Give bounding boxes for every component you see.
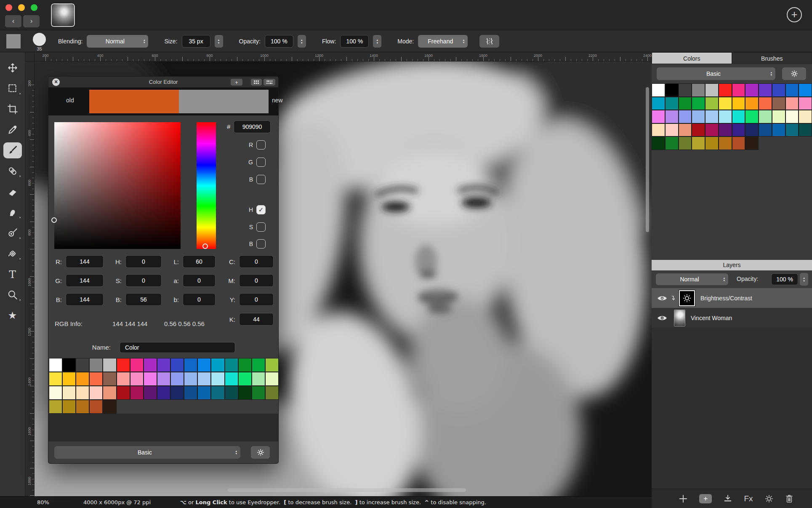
color-swatch[interactable] (745, 83, 759, 97)
color-swatch[interactable] (238, 386, 252, 400)
color-swatch[interactable] (265, 372, 279, 386)
size-field[interactable]: 35 px (182, 35, 210, 48)
size-stepper[interactable]: ▴▾ (215, 35, 223, 48)
color-swatch[interactable] (679, 136, 692, 150)
color-swatch[interactable] (117, 386, 130, 400)
color-swatch[interactable] (252, 358, 265, 372)
color-swatch[interactable] (62, 372, 76, 386)
image-layer-thumbnail[interactable] (674, 310, 685, 326)
tab-brushes[interactable]: Brushes (732, 52, 812, 64)
brush-preview[interactable] (33, 33, 46, 46)
color-swatch[interactable] (799, 123, 812, 137)
color-swatch[interactable] (103, 372, 116, 386)
field-a[interactable]: 0 (183, 274, 216, 287)
clone-tool[interactable] (3, 224, 22, 242)
hex-input[interactable]: 909090 (234, 120, 271, 133)
field-b3[interactable]: 0 (183, 293, 216, 306)
preset-dropdown[interactable]: Basic ▴▾ (54, 446, 240, 459)
color-swatch[interactable] (705, 97, 719, 110)
color-swatch[interactable] (170, 358, 184, 372)
color-swatch[interactable] (238, 372, 252, 386)
color-swatch[interactable] (732, 97, 745, 110)
layer-row-vincent-woman[interactable]: Vincent Woman (652, 308, 812, 328)
color-swatch[interactable] (184, 372, 197, 386)
color-swatch[interactable] (89, 372, 103, 386)
color-swatch[interactable] (692, 97, 705, 110)
document-thumbnail[interactable] (51, 3, 75, 27)
vertical-scrollbar[interactable] (646, 87, 649, 232)
color-swatch[interactable] (785, 97, 799, 110)
color-swatch[interactable] (759, 97, 772, 110)
color-swatch[interactable] (117, 358, 130, 372)
adjustment-layer-thumbnail[interactable] (679, 290, 695, 306)
color-swatch[interactable] (144, 358, 157, 372)
color-swatch[interactable] (705, 136, 719, 150)
merge-down-button[interactable] (723, 494, 732, 503)
field-m[interactable]: 0 (239, 274, 274, 287)
color-swatch[interactable] (692, 83, 705, 97)
color-swatch[interactable] (252, 386, 265, 400)
color-swatch[interactable] (705, 110, 719, 123)
color-swatch[interactable] (103, 400, 116, 414)
field-k[interactable]: 44 (239, 313, 274, 326)
color-swatch[interactable] (679, 110, 692, 123)
color-swatch[interactable] (265, 358, 279, 372)
color-swatch[interactable] (772, 83, 785, 97)
color-swatch[interactable] (62, 400, 76, 414)
dialog-close-button[interactable]: × (52, 78, 60, 86)
color-swatch[interactable] (719, 83, 732, 97)
color-swatch[interactable] (211, 386, 224, 400)
favorites-tool[interactable]: ★ (3, 306, 22, 325)
layer-effects-button[interactable]: Fx (744, 494, 753, 503)
color-swatch[interactable] (799, 97, 812, 110)
name-input[interactable]: Color (120, 342, 235, 353)
crop-tool[interactable] (3, 100, 22, 118)
layer-row-brightness-contrast[interactable]: Brightness/Contrast (652, 288, 812, 308)
color-swatch[interactable] (49, 400, 62, 414)
zoom-window-button[interactable] (31, 4, 37, 11)
color-swatch[interactable] (117, 372, 130, 386)
color-swatch[interactable] (211, 372, 224, 386)
fill-bucket-tool[interactable] (3, 244, 22, 263)
close-window-button[interactable] (5, 4, 12, 11)
color-swatch[interactable] (252, 372, 265, 386)
color-swatch[interactable] (652, 110, 665, 123)
color-swatch[interactable] (652, 123, 665, 137)
blending-dropdown[interactable]: Normal ▴▾ (87, 35, 148, 48)
color-swatch[interactable] (692, 136, 705, 150)
color-swatch[interactable] (62, 386, 76, 400)
color-swatch[interactable] (719, 123, 732, 137)
color-swatch[interactable] (759, 123, 772, 137)
eyedropper-tool[interactable] (3, 120, 22, 139)
color-swatch[interactable] (76, 372, 89, 386)
color-swatch[interactable] (665, 97, 679, 110)
color-swatch[interactable] (719, 110, 732, 123)
paint-brush-tool[interactable] (3, 142, 22, 158)
colors-preset-dropdown[interactable]: Basic ▴▾ (657, 67, 775, 80)
checkbox-r[interactable] (256, 140, 266, 150)
color-swatch[interactable] (225, 386, 238, 400)
checkbox-g[interactable] (256, 158, 266, 167)
checkbox-h[interactable]: ✓ (256, 205, 266, 214)
field-r[interactable]: 144 (66, 255, 104, 268)
stroke-smoothing-button[interactable] (479, 35, 499, 48)
color-swatch[interactable] (76, 400, 89, 414)
color-swatch[interactable] (759, 110, 772, 123)
horizontal-scrollbar[interactable] (228, 488, 466, 492)
healing-tool[interactable] (3, 162, 22, 180)
color-swatch[interactable] (799, 83, 812, 97)
color-swatch[interactable] (799, 110, 812, 123)
hue-slider-cursor[interactable] (202, 243, 208, 249)
color-swatch[interactable] (238, 358, 252, 372)
color-swatch[interactable] (76, 358, 89, 372)
color-swatch[interactable] (745, 110, 759, 123)
color-swatch[interactable] (76, 386, 89, 400)
color-swatch[interactable] (197, 386, 211, 400)
back-button[interactable]: ‹ (5, 15, 21, 27)
smudge-tool[interactable] (3, 203, 22, 222)
color-swatch[interactable] (679, 83, 692, 97)
color-swatch[interactable] (49, 358, 62, 372)
color-swatch[interactable] (62, 358, 76, 372)
layer-blend-dropdown[interactable]: Normal ▴▾ (656, 273, 728, 285)
color-swatch[interactable] (652, 97, 665, 110)
